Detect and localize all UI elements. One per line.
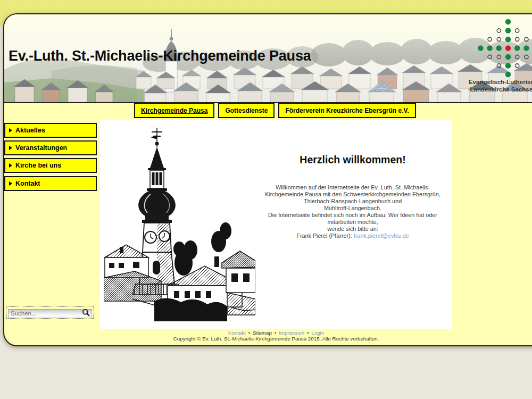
email-link[interactable]: frank.pierel@evlks.de bbox=[354, 232, 409, 239]
logo-text-line1: Evangelisch-Lutherische bbox=[441, 79, 532, 86]
welcome-paragraph: Willkommen auf der Internetseite der Ev.… bbox=[265, 184, 440, 232]
search-input[interactable] bbox=[8, 309, 92, 318]
welcome-column: Herzlich willkommen! Willkommen auf der … bbox=[257, 120, 448, 329]
arrow-right-icon bbox=[9, 181, 12, 186]
tab-foerderverein[interactable]: Förderverein Kreuzkirche Ebersgrün e.V. bbox=[278, 103, 415, 118]
arrow-right-icon bbox=[9, 163, 12, 168]
copyright-text: Copyright © Ev. Luth. St.-Michaelis-Kirc… bbox=[4, 336, 532, 342]
footer: Kontakt • Sitemap • Impressum • Login Co… bbox=[4, 330, 532, 342]
tab-label: Förderverein Kreuzkirche Ebersgrün e.V. bbox=[285, 107, 409, 114]
landeskirche-logo: Evangelisch-Lutherische Landeskirche Sac… bbox=[467, 19, 532, 98]
search-icon[interactable] bbox=[82, 309, 90, 317]
separator: • bbox=[307, 330, 309, 336]
contact-label: Frank Pierel (Pfarrer): bbox=[296, 232, 352, 239]
separator: • bbox=[248, 330, 250, 336]
sidebar-item-veranstaltungen[interactable]: Veranstaltungen bbox=[4, 140, 97, 155]
sidebar-item-label: Aktuelles bbox=[15, 127, 45, 134]
tab-label: Gottesdienste bbox=[225, 107, 268, 114]
footer-link-impressum[interactable]: Impressum bbox=[279, 330, 304, 336]
logo-text: Evangelisch-Lutherische Landeskirche Sac… bbox=[441, 79, 532, 93]
sidebar-item-kontakt[interactable]: Kontakt bbox=[4, 176, 97, 191]
footer-link-login[interactable]: Login bbox=[311, 330, 324, 336]
arrow-right-icon bbox=[9, 146, 12, 150]
welcome-text: Willkommen auf der Internetseite der Ev.… bbox=[246, 184, 459, 239]
sidebar-item-kirche-bei-uns[interactable]: Kirche bei uns bbox=[4, 158, 97, 173]
separator: • bbox=[275, 330, 276, 336]
page-container: Ev.-Luth. St.-Michaelis-Kirchgemeinde Pa… bbox=[3, 13, 532, 346]
site-header: Ev.-Luth. St.-Michaelis-Kirchgemeinde Pa… bbox=[4, 14, 532, 103]
arrow-right-icon bbox=[9, 128, 12, 132]
sidebar-item-label: Kirche bei uns bbox=[15, 162, 61, 169]
footer-link-sitemap[interactable]: Sitemap bbox=[253, 330, 272, 336]
search-box bbox=[6, 306, 94, 319]
main-content: Herzlich willkommen! Willkommen auf der … bbox=[100, 120, 452, 329]
sidebar-item-label: Veranstaltungen bbox=[15, 144, 67, 152]
sidebar-item-label: Kontakt bbox=[15, 180, 40, 187]
contact-line: Frank Pierel (Pfarrer): frank.pierel@evl… bbox=[246, 232, 459, 239]
dot-cross-icon bbox=[467, 19, 532, 80]
nav-tabs: Kirchgemeinde Pausa Gottesdienste Förder… bbox=[134, 103, 416, 118]
footer-links: Kontakt • Sitemap • Impressum • Login bbox=[4, 330, 532, 336]
logo-text-line2: Landeskirche Sachsens bbox=[441, 86, 532, 94]
tab-kirchgemeinde-pausa[interactable]: Kirchgemeinde Pausa bbox=[134, 103, 214, 118]
tab-label: Kirchgemeinde Pausa bbox=[141, 107, 207, 114]
welcome-heading: Herzlich willkommen! bbox=[257, 154, 448, 166]
page: { "header": { "title": "Ev.-Luth. St.-Mi… bbox=[0, 0, 532, 399]
footer-link-kontakt[interactable]: Kontakt bbox=[228, 330, 246, 336]
church-town-sketch bbox=[104, 123, 255, 323]
page-title: Ev.-Luth. St.-Michaelis-Kirchgemeinde Pa… bbox=[9, 48, 311, 64]
tab-gottesdienste[interactable]: Gottesdienste bbox=[218, 103, 275, 118]
sidebar-item-aktuelles[interactable]: Aktuelles bbox=[4, 123, 97, 138]
